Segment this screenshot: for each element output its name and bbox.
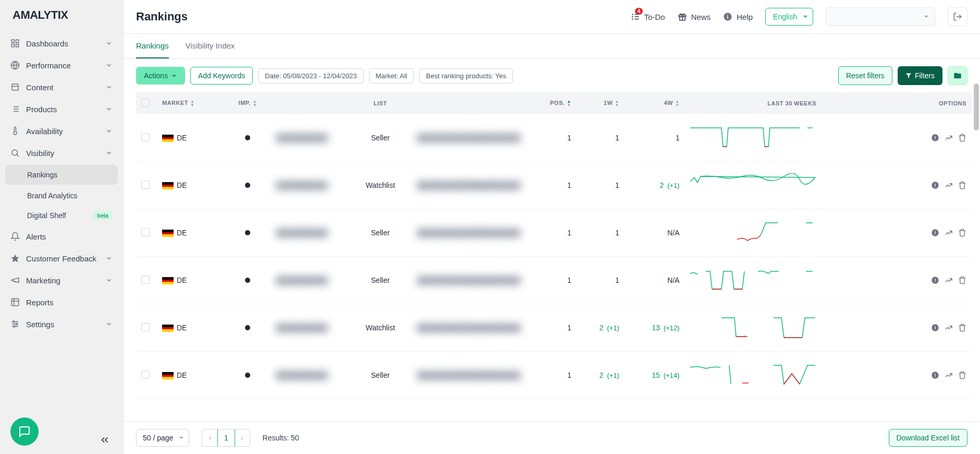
th-pos[interactable]: POS.▲▼ xyxy=(526,92,577,114)
sidebar-item-alerts[interactable]: Alerts xyxy=(0,225,123,247)
row-checkbox[interactable] xyxy=(141,276,150,284)
add-keywords-button[interactable]: Add Keywords xyxy=(190,67,253,85)
sidebar-item-dashboards[interactable]: Dashboards xyxy=(0,32,123,54)
row-checkbox[interactable] xyxy=(141,133,150,141)
logout-button[interactable] xyxy=(948,7,967,26)
sidebar-item-content[interactable]: Content xyxy=(0,76,123,98)
sidebar-item-customer-feedback[interactable]: Customer Feedback xyxy=(0,247,123,269)
beta-badge: beta xyxy=(93,211,113,220)
chart-action[interactable] xyxy=(945,134,953,142)
delete-action[interactable] xyxy=(958,229,966,237)
pager-current[interactable]: 1 xyxy=(217,429,235,447)
row-checkbox[interactable] xyxy=(141,323,150,331)
th-market[interactable]: MARKET▲▼ xyxy=(157,92,225,114)
logo: AMALYTIX xyxy=(0,0,123,30)
collapse-sidebar-button[interactable] xyxy=(99,434,111,446)
chart-action[interactable] xyxy=(945,181,953,189)
sidebar-subitem-brand-analytics[interactable]: Brand Analytics xyxy=(0,186,123,206)
cell-market: DE xyxy=(157,162,225,209)
svg-marker-15 xyxy=(11,255,19,262)
cell-sparkline xyxy=(685,209,899,257)
info-action[interactable]: ! xyxy=(931,229,939,237)
sidebar-item-label: Availability xyxy=(26,127,63,136)
chart-action[interactable] xyxy=(945,324,953,332)
pager-next[interactable]: › xyxy=(235,429,250,446)
delete-action[interactable] xyxy=(958,324,966,332)
svg-marker-34 xyxy=(906,74,911,78)
th-1w[interactable]: 1W▲▼ xyxy=(577,92,624,114)
sidebar-item-performance[interactable]: Performance xyxy=(0,54,123,76)
market-filter-chip[interactable]: Market: All xyxy=(369,68,414,83)
chevron-down-icon xyxy=(105,255,113,262)
tab-rankings[interactable]: Rankings xyxy=(136,34,169,58)
search-icon xyxy=(10,148,20,158)
row-checkbox[interactable] xyxy=(141,371,150,379)
sidebar-subitem-rankings[interactable]: Rankings xyxy=(5,165,118,185)
sidebar-item-reports[interactable]: Reports xyxy=(0,291,123,313)
info-action[interactable]: ! xyxy=(931,181,939,189)
reset-filters-button[interactable]: Reset filters xyxy=(838,66,892,85)
info-action[interactable]: ! xyxy=(931,324,939,332)
th-imp[interactable]: IMP.▲▼ xyxy=(225,92,271,114)
cell-1w: 2 (+1) xyxy=(577,304,624,352)
sort-icon: ▲▼ xyxy=(615,100,619,107)
topbar: Rankings 4 To-Do News i Help English xyxy=(124,0,980,34)
sidebar-item-products[interactable]: Products xyxy=(0,98,123,120)
scrollbar[interactable] xyxy=(974,83,979,130)
thermometer-icon xyxy=(10,126,20,136)
info-action[interactable]: ! xyxy=(931,276,939,284)
download-excel-button[interactable]: Download Excel list xyxy=(889,429,967,447)
help-link[interactable]: i Help xyxy=(723,12,753,21)
info-action[interactable]: ! xyxy=(931,134,939,142)
chart-action[interactable] xyxy=(945,276,953,284)
todo-badge: 4 xyxy=(635,8,643,15)
chart-action[interactable] xyxy=(945,229,953,237)
top-actions: 4 To-Do News i Help English xyxy=(631,7,967,26)
th-options: OPTIONS xyxy=(899,92,972,114)
page-size-select[interactable]: 50 / page xyxy=(136,429,189,447)
chart-line-icon xyxy=(945,229,953,237)
delete-action[interactable] xyxy=(958,276,966,284)
sidebar-item-marketing[interactable]: Marketing xyxy=(0,269,123,291)
tab-visibility-index[interactable]: Visibility Index xyxy=(186,34,235,58)
th-4w[interactable]: 4W▲▼ xyxy=(624,92,685,114)
chevron-down-icon xyxy=(105,62,113,69)
filters-button[interactable]: Filters xyxy=(898,66,942,85)
date-filter-chip[interactable]: Date: 05/08/2023 - 12/04/2023 xyxy=(258,68,363,83)
cell-blurred: ██████████ xyxy=(271,114,349,162)
info-action[interactable]: ! xyxy=(931,371,939,379)
row-checkbox[interactable] xyxy=(141,228,150,236)
row-checkbox[interactable] xyxy=(141,181,150,189)
chevron-down-icon xyxy=(171,73,177,79)
folder-button[interactable] xyxy=(948,66,967,85)
delete-action[interactable] xyxy=(958,181,966,189)
cell-pos: 1 xyxy=(526,114,577,162)
help-chat-button[interactable] xyxy=(10,417,39,446)
todo-link[interactable]: 4 To-Do xyxy=(631,12,665,21)
chart-line-icon xyxy=(945,134,953,142)
user-select[interactable] xyxy=(826,7,935,26)
pager-prev[interactable]: ‹ xyxy=(202,429,218,446)
svg-rect-0 xyxy=(11,40,14,42)
language-select[interactable]: English xyxy=(765,8,813,26)
actions-button[interactable]: Actions xyxy=(136,67,185,85)
double-chevron-left-icon xyxy=(99,434,111,446)
sidebar-subitem-digital-shelf[interactable]: Digital Shelf beta xyxy=(0,206,123,225)
sidebar-item-settings[interactable]: Settings xyxy=(0,313,123,335)
info-icon: i xyxy=(723,12,732,21)
chart-action[interactable] xyxy=(945,371,953,379)
svg-point-24 xyxy=(14,326,15,327)
cell-imp xyxy=(225,114,271,162)
sidebar-item-availability[interactable]: Availability xyxy=(0,120,123,142)
sidebar-item-visibility[interactable]: Visibility xyxy=(0,142,123,164)
best-ranking-filter-chip[interactable]: Best ranking products: Yes xyxy=(419,68,513,83)
news-link[interactable]: News xyxy=(678,12,711,21)
chat-icon xyxy=(18,425,31,438)
delete-action[interactable] xyxy=(958,371,966,379)
flag-de-icon xyxy=(162,277,174,284)
svg-rect-2 xyxy=(11,44,14,47)
cell-blurred: ████████████████████ xyxy=(412,352,526,399)
sidebar: AMALYTIX Dashboards Performance Content … xyxy=(0,0,124,454)
select-all-checkbox[interactable] xyxy=(141,99,150,107)
delete-action[interactable] xyxy=(958,134,966,142)
